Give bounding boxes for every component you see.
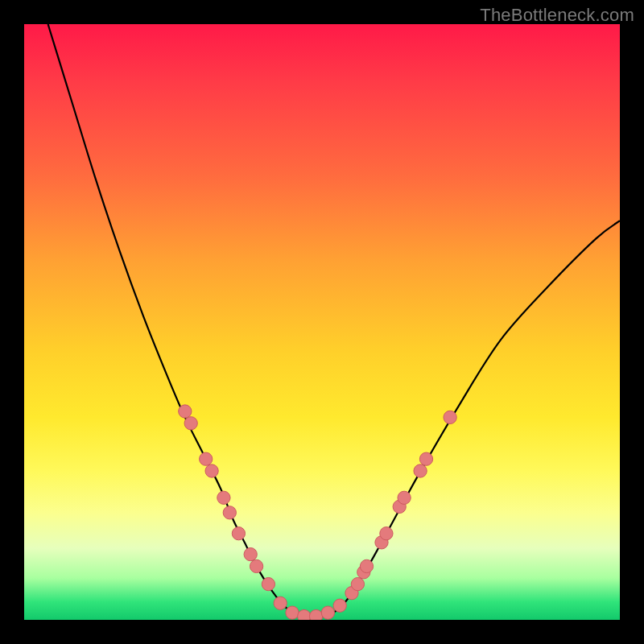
data-marker xyxy=(223,506,236,519)
data-marker xyxy=(419,452,432,465)
data-marker xyxy=(398,491,411,504)
data-marker xyxy=(200,452,213,465)
bottleneck-curve xyxy=(48,24,620,618)
data-marker xyxy=(351,577,364,590)
data-marker xyxy=(360,559,373,572)
data-marker xyxy=(309,609,322,620)
data-marker xyxy=(217,491,230,504)
data-marker xyxy=(250,559,262,572)
data-marker xyxy=(321,606,334,619)
data-marker xyxy=(286,606,299,619)
data-marker xyxy=(274,597,287,609)
data-marker xyxy=(414,464,427,477)
chart-frame: TheBottleneck.com xyxy=(0,0,644,644)
data-marker xyxy=(444,411,456,423)
data-marker xyxy=(232,527,245,540)
data-marker xyxy=(262,577,275,590)
data-marker xyxy=(333,599,346,612)
data-marker xyxy=(205,464,218,477)
chart-svg xyxy=(24,24,620,620)
data-marker xyxy=(380,527,393,540)
plot-area xyxy=(24,24,620,620)
watermark-text: TheBottleneck.com xyxy=(480,5,634,26)
data-marker xyxy=(244,547,257,560)
data-marker xyxy=(179,405,192,418)
data-marker xyxy=(184,417,197,430)
data-marker xyxy=(298,609,311,620)
